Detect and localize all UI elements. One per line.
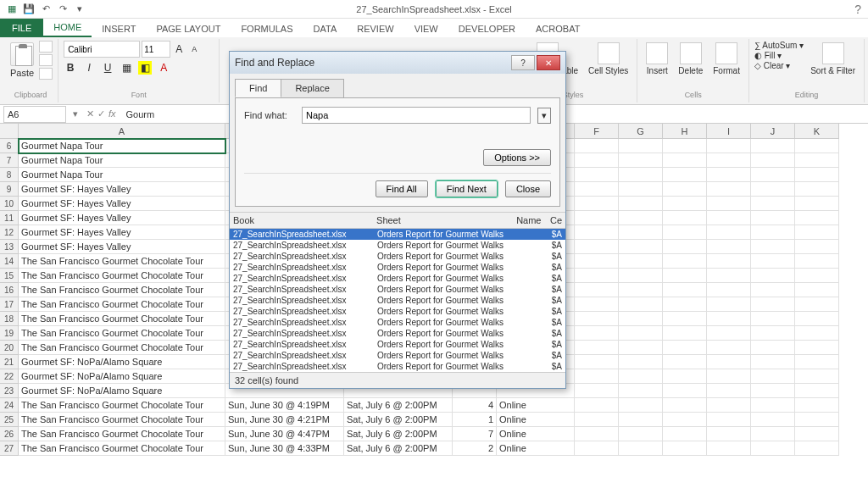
fx-icon[interactable]: fx — [108, 108, 116, 119]
cell[interactable] — [619, 197, 663, 211]
row-header[interactable]: 21 — [0, 355, 19, 369]
results-list[interactable]: 27_SearchInSpreadsheet.xlsxOrders Report… — [230, 229, 565, 372]
cell[interactable] — [663, 211, 707, 225]
cell[interactable] — [751, 297, 795, 312]
cell[interactable]: The San Francisco Gourmet Chocolate Tour — [19, 254, 225, 269]
insert-cells-button[interactable]: Insert — [643, 41, 671, 77]
cell[interactable] — [663, 341, 707, 355]
cell[interactable] — [795, 153, 839, 168]
cell[interactable] — [575, 355, 619, 369]
cell[interactable]: Online — [497, 427, 575, 441]
result-row[interactable]: 27_SearchInSpreadsheet.xlsxOrders Report… — [230, 328, 565, 339]
cell[interactable] — [619, 427, 663, 441]
tab-insert[interactable]: INSERT — [92, 20, 146, 37]
cancel-icon[interactable]: ✕ — [86, 108, 94, 119]
cell[interactable] — [663, 398, 707, 413]
find-tab[interactable]: Find — [235, 79, 281, 97]
cell[interactable] — [575, 413, 619, 427]
row-header[interactable]: 18 — [0, 312, 19, 326]
cell[interactable]: 2 — [453, 441, 497, 456]
cell[interactable] — [619, 369, 663, 384]
cell[interactable]: Sat, July 6 @ 2:00PM — [344, 413, 453, 427]
cell[interactable] — [751, 168, 795, 182]
cell[interactable] — [619, 240, 663, 254]
result-row[interactable]: 27_SearchInSpreadsheet.xlsxOrders Report… — [230, 350, 565, 361]
cell[interactable] — [575, 254, 619, 269]
cell[interactable]: The San Francisco Gourmet Chocolate Tour — [19, 297, 225, 312]
cell[interactable] — [707, 283, 751, 297]
enter-icon[interactable]: ✓ — [97, 108, 105, 119]
cell[interactable]: The San Francisco Gourmet Chocolate Tour — [19, 269, 225, 283]
cell[interactable] — [663, 153, 707, 168]
cell[interactable] — [575, 384, 619, 398]
border-icon[interactable]: ▦ — [120, 61, 133, 75]
grow-font-icon[interactable]: A — [172, 42, 186, 56]
cell[interactable] — [707, 398, 751, 413]
result-row[interactable]: 27_SearchInSpreadsheet.xlsxOrders Report… — [230, 262, 565, 273]
row-header[interactable]: 23 — [0, 384, 19, 398]
dialog-close-button[interactable]: ✕ — [537, 55, 560, 70]
cell[interactable] — [795, 297, 839, 312]
cell[interactable] — [707, 153, 751, 168]
result-row[interactable]: 27_SearchInSpreadsheet.xlsxOrders Report… — [230, 339, 565, 350]
row-header[interactable]: 17 — [0, 297, 19, 312]
cell[interactable]: Sun, June 30 @ 4:33PM — [225, 441, 344, 456]
cell[interactable] — [663, 441, 707, 456]
cell[interactable] — [751, 398, 795, 413]
cell[interactable] — [795, 225, 839, 240]
row-header[interactable]: 10 — [0, 197, 19, 211]
cell[interactable] — [751, 254, 795, 269]
cell[interactable] — [663, 312, 707, 326]
cell[interactable] — [795, 413, 839, 427]
format-cells-button[interactable]: Format — [709, 41, 743, 77]
cell[interactable]: Sun, June 30 @ 4:19PM — [225, 398, 344, 413]
cell[interactable] — [795, 211, 839, 225]
tab-file[interactable]: FILE — [0, 19, 43, 37]
cell[interactable]: The San Francisco Gourmet Chocolate Tour — [19, 441, 225, 456]
tab-acrobat[interactable]: ACROBAT — [526, 20, 590, 37]
cell[interactable] — [751, 413, 795, 427]
cell[interactable] — [663, 168, 707, 182]
options-button[interactable]: Options >> — [483, 149, 551, 166]
result-row[interactable]: 27_SearchInSpreadsheet.xlsxOrders Report… — [230, 251, 565, 262]
cell[interactable]: Gourmet SF: NoPa/Alamo Square — [19, 355, 225, 369]
cell[interactable] — [751, 283, 795, 297]
cell[interactable] — [707, 312, 751, 326]
cell[interactable] — [795, 269, 839, 283]
cell[interactable] — [575, 369, 619, 384]
dialog-help-button[interactable]: ? — [511, 55, 535, 70]
redo-icon[interactable]: ↷ — [56, 3, 70, 16]
cell[interactable] — [795, 355, 839, 369]
column-header[interactable]: K — [795, 124, 839, 139]
cell[interactable]: 1 — [453, 413, 497, 427]
cell[interactable] — [619, 168, 663, 182]
header-cell[interactable]: Ce — [547, 215, 565, 225]
cell[interactable] — [795, 182, 839, 197]
cell[interactable] — [707, 139, 751, 153]
cell[interactable]: Online — [497, 413, 575, 427]
result-row[interactable]: 27_SearchInSpreadsheet.xlsxOrders Report… — [230, 273, 565, 284]
cell[interactable] — [575, 341, 619, 355]
cell[interactable] — [663, 197, 707, 211]
header-name[interactable]: Name — [513, 215, 547, 225]
cell[interactable]: Gourmet Napa Tour — [19, 153, 225, 168]
cell[interactable] — [619, 326, 663, 341]
cell[interactable] — [751, 211, 795, 225]
cell[interactable]: The San Francisco Gourmet Chocolate Tour — [19, 312, 225, 326]
font-color-icon[interactable]: A — [157, 61, 170, 75]
column-header[interactable]: J — [751, 124, 795, 139]
cell[interactable]: Online — [497, 398, 575, 413]
cell[interactable] — [575, 153, 619, 168]
cell[interactable] — [707, 384, 751, 398]
result-row[interactable]: 27_SearchInSpreadsheet.xlsxOrders Report… — [230, 295, 565, 306]
cell[interactable] — [663, 355, 707, 369]
close-button[interactable]: Close — [505, 180, 551, 197]
cell[interactable] — [751, 355, 795, 369]
find-dropdown-icon[interactable]: ▾ — [537, 108, 551, 124]
row-header[interactable]: 20 — [0, 341, 19, 355]
cell[interactable] — [751, 341, 795, 355]
bold-button[interactable]: B — [64, 61, 77, 75]
row-header[interactable]: 7 — [0, 153, 19, 168]
font-size-select[interactable] — [142, 41, 170, 58]
cell[interactable] — [575, 312, 619, 326]
